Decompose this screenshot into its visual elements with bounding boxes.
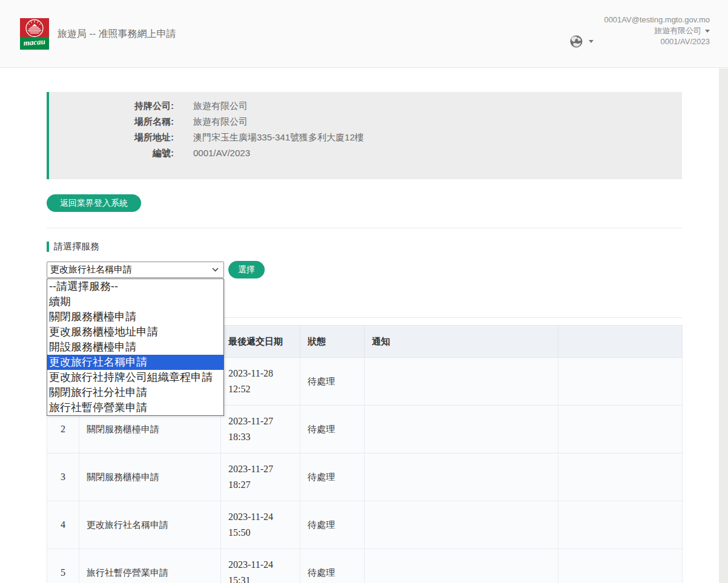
heading-accent-bar	[47, 242, 49, 252]
cell-notice	[365, 406, 558, 453]
mgto-logo-icon: macau	[20, 18, 49, 50]
license-info-box: 持牌公司: 旅遊有限公司 場所名稱: 旅遊有限公司 場所地址: 澳門宋玉生廣場3…	[47, 92, 682, 179]
account-company-menu[interactable]: 旅遊有限公司	[604, 25, 710, 36]
service-select-row: 更改旅行社名稱申請 選擇	[47, 262, 682, 279]
svg-text:macau: macau	[23, 37, 45, 47]
service-section-heading: 請選擇服務	[47, 241, 682, 252]
select-option[interactable]: 更改旅行社持牌公司組織章程申請	[47, 370, 223, 385]
scrollbar-track[interactable]	[719, 68, 728, 583]
table-row: 3 關閉服務櫃檯申請 2023-11-2718:27 待處理	[47, 453, 683, 501]
select-service-button[interactable]: 選擇	[228, 261, 265, 278]
chevron-down-icon	[589, 40, 594, 43]
cell-status: 待處理	[300, 406, 365, 453]
select-option[interactable]: 更改服務櫃檯地址申請	[47, 324, 223, 340]
cell-extra	[558, 406, 683, 453]
table-row: 4 更改旅行社名稱申請 2023-11-2415:50 待處理	[47, 501, 683, 549]
select-option[interactable]: 更改旅行社名稱申請	[47, 355, 223, 370]
cell-status: 待處理	[300, 549, 365, 583]
info-label: 編號:	[49, 145, 174, 161]
col-header-date: 最後遞交日期	[221, 326, 300, 358]
info-label: 場所名稱:	[49, 114, 174, 130]
cell-date: 2023-11-2415:31	[221, 549, 300, 583]
info-value: 旅遊有限公司	[193, 98, 248, 114]
account-info: 0001AV@testing.mgto.gov.mo 旅遊有限公司 0001/A…	[604, 15, 710, 47]
cell-notice	[365, 453, 558, 501]
globe-icon	[570, 35, 583, 48]
language-menu[interactable]	[570, 35, 594, 48]
account-email: 0001AV@testing.mgto.gov.mo	[604, 15, 710, 25]
account-license: 0001/AV/2023	[604, 36, 710, 47]
divider	[47, 228, 682, 228]
cell-status: 待處理	[300, 453, 365, 501]
select-option[interactable]: 續期	[47, 294, 223, 309]
info-row: 場所名稱: 旅遊有限公司	[49, 114, 682, 130]
select-option[interactable]: 關閉服務櫃檯申請	[47, 309, 223, 324]
app-header: macau 旅遊局 -- 准照事務網上申請 0001AV@testing.mgt…	[0, 0, 728, 68]
back-to-portal-button[interactable]: 返回業界登入系統	[47, 194, 141, 212]
service-select-dropdown: --請選擇服務--續期關閉服務櫃檯申請更改服務櫃檯地址申請開設服務櫃檯申請更改旅…	[47, 278, 224, 416]
cell-extra	[558, 453, 683, 501]
cell-extra	[558, 549, 683, 583]
chevron-down-icon	[705, 30, 710, 33]
page-title: 旅遊局 -- 准照事務網上申請	[58, 28, 176, 41]
cell-date: 2023-11-2718:33	[221, 406, 300, 453]
info-value: 旅遊有限公司	[193, 114, 248, 130]
select-option[interactable]: 旅行社暫停營業申請	[47, 400, 223, 415]
col-header-notice: 通知	[365, 326, 558, 358]
col-header-extra	[558, 326, 683, 358]
cell-extra	[558, 358, 683, 406]
cell-type: 更改旅行社名稱申請	[79, 501, 221, 549]
cell-date: 2023-11-2415:50	[221, 501, 300, 549]
cell-notice	[365, 358, 558, 406]
heading-text: 請選擇服務	[54, 241, 99, 252]
cell-extra	[558, 501, 683, 549]
select-value: 更改旅行社名稱申請	[50, 264, 132, 275]
select-option[interactable]: 關閉旅行社分社申請	[47, 385, 223, 400]
cell-type: 關閉服務櫃檯申請	[79, 453, 221, 501]
info-value: 澳門宋玉生廣場335-341號獲多利大廈12樓	[193, 130, 364, 145]
select-option[interactable]: 開設服務櫃檯申請	[47, 340, 223, 355]
info-row: 持牌公司: 旅遊有限公司	[49, 98, 682, 114]
chevron-down-icon	[212, 268, 219, 272]
info-label: 持牌公司:	[49, 98, 174, 114]
cell-status: 待處理	[300, 501, 365, 549]
info-label: 場所地址:	[49, 130, 174, 145]
cell-no: 4	[47, 501, 79, 549]
cell-date: 2023-11-2718:27	[221, 453, 300, 501]
table-row: 5 旅行社暫停營業申請 2023-11-2415:31 待處理	[47, 549, 683, 583]
cell-no: 3	[47, 453, 79, 501]
cell-no: 5	[47, 549, 79, 583]
cell-notice	[365, 549, 558, 583]
cell-notice	[365, 501, 558, 549]
cell-date: 2023-11-2812:52	[221, 358, 300, 406]
info-value: 0001/AV/2023	[193, 145, 250, 161]
select-option[interactable]: --請選擇服務--	[47, 279, 223, 294]
col-header-status: 狀態	[300, 326, 365, 358]
cell-type: 旅行社暫停營業申請	[79, 549, 221, 583]
cell-status: 待處理	[300, 358, 365, 406]
page: macau 旅遊局 -- 准照事務網上申請 0001AV@testing.mgt…	[0, 0, 728, 583]
info-row: 編號: 0001/AV/2023	[49, 145, 682, 161]
info-row: 場所地址: 澳門宋玉生廣場335-341號獲多利大廈12樓	[49, 130, 682, 145]
service-select[interactable]: 更改旅行社名稱申請	[47, 262, 224, 278]
